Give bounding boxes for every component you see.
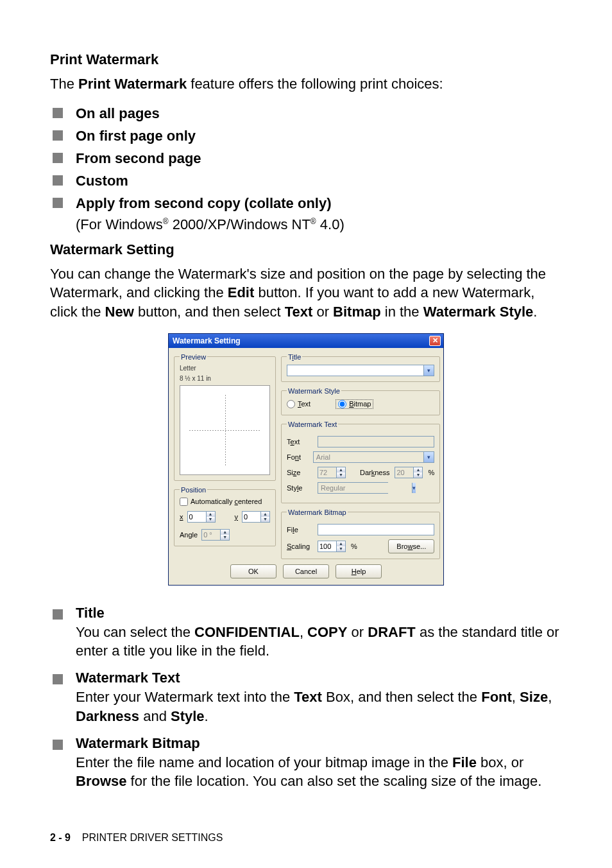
title-combobox[interactable]: ▾ (287, 365, 434, 376)
spin-up-icon[interactable]: ▲ (336, 467, 345, 473)
b0-b3: DRAFT (368, 624, 416, 640)
angle-input[interactable] (202, 530, 220, 540)
p-b4: Bitmap (333, 304, 381, 320)
spin-up-icon[interactable]: ▲ (260, 512, 269, 517)
b1-b5: Style (171, 708, 205, 724)
font-label: Font (287, 453, 308, 461)
browse-button[interactable]: Browse... (388, 539, 434, 553)
darkness-stepper[interactable]: ▲▼ (395, 467, 423, 478)
style-label: Style (287, 484, 312, 492)
p-b2: New (105, 304, 134, 320)
title-input[interactable] (287, 365, 423, 376)
font-combobox[interactable]: ▾ (313, 451, 434, 463)
watermark-text-legend: Watermark Text (287, 421, 338, 428)
intro-post: feature offers the following print choic… (187, 76, 443, 92)
close-button,close-icon[interactable]: ✕ (429, 336, 441, 346)
style-text-radio-row[interactable]: Text (287, 400, 310, 408)
scl-post: caling (291, 542, 310, 550)
style-input[interactable] (318, 483, 412, 493)
style-combobox[interactable]: ▾ (318, 482, 388, 494)
page-footer: 2 - 9 PRINTER DRIVER SETTINGS (50, 832, 223, 844)
watermark-text-group: Watermark Text Text Font ▾ (281, 421, 440, 503)
size-stepper[interactable]: ▲▼ (318, 467, 346, 478)
b1-b3: Size (520, 689, 548, 705)
b2-t3: for the file location. You can also set … (126, 773, 541, 789)
position-group: Position Automatically centered x ▲▼ (174, 486, 276, 546)
x-stepper[interactable]: ▲▼ (187, 511, 216, 523)
text-label: Text (287, 438, 312, 446)
spin-up-icon[interactable]: ▲ (206, 512, 215, 517)
angle-stepper[interactable]: ▲▼ (201, 529, 230, 541)
file-input[interactable] (318, 524, 434, 535)
style-bitmap-radio[interactable] (338, 400, 346, 408)
p-t5: in the (381, 304, 423, 320)
preview-paper-size: 8 ½ x 11 in (180, 375, 270, 383)
ok-button[interactable]: OK (230, 564, 276, 578)
spin-down-icon[interactable]: ▼ (206, 517, 215, 522)
y-stepper[interactable]: ▲▼ (242, 511, 270, 523)
definition-bullets: Title You can select the CONFIDENTIAL, C… (50, 605, 562, 791)
txl-post: xt (294, 438, 300, 446)
title-legend: Title (287, 353, 302, 361)
hlp-u: H (352, 568, 357, 575)
bullet-watermark-bitmap-def: Watermark Bitmap Enter the file name and… (50, 735, 562, 791)
bullet-title-def: Title You can select the CONFIDENTIAL, C… (50, 605, 562, 661)
b1-t4: , (548, 689, 552, 705)
bullet-head: Title (76, 605, 562, 621)
sub-pre: (For Windows (76, 216, 163, 232)
help-button[interactable]: Help (336, 564, 382, 578)
bullet-custom: Custom (50, 170, 562, 191)
style-text-radio[interactable] (287, 400, 295, 408)
text-input[interactable] (318, 436, 434, 447)
x-input[interactable] (188, 512, 206, 522)
spin-down-icon[interactable]: ▼ (260, 517, 269, 522)
bullet-on-all-pages: On all pages (50, 103, 562, 124)
chevron-down-icon[interactable]: ▾ (412, 483, 416, 493)
b1-t6: . (205, 708, 208, 724)
footer-section: PRINTER DRIVER SETTINGS (82, 832, 223, 843)
x-label: x (180, 513, 183, 521)
acl-post: entered (238, 498, 262, 505)
scaling-input[interactable] (318, 541, 336, 551)
size-input[interactable] (318, 467, 336, 478)
spin-up-icon[interactable]: ▲ (336, 541, 345, 546)
style-bitmap-label: Bitmap (349, 400, 371, 408)
size-label: Size (287, 469, 312, 476)
szl-post: e (296, 469, 300, 476)
spin-down-icon[interactable]: ▼ (220, 535, 229, 540)
spin-up-icon[interactable]: ▲ (220, 530, 229, 535)
y-input[interactable] (242, 512, 260, 522)
bullet-body: Enter the file name and location of your… (76, 754, 541, 790)
darkness-input[interactable] (395, 467, 413, 478)
scaling-stepper[interactable]: ▲▼ (318, 541, 346, 552)
auto-centered-checkbox[interactable] (180, 498, 188, 506)
bullet-watermark-text-def: Watermark Text Enter your Watermark text… (50, 670, 562, 725)
y-label: y (235, 513, 239, 521)
watermark-style-legend: Watermark Style (287, 387, 341, 395)
font-input[interactable] (314, 452, 423, 462)
chevron-down-icon[interactable]: ▾ (423, 365, 434, 376)
percent-label: % (428, 469, 434, 476)
reg-mark: ® (163, 216, 169, 225)
spin-down-icon[interactable]: ▼ (413, 473, 422, 478)
stl2-pre: Sty (287, 484, 297, 492)
spin-up-icon[interactable]: ▲ (413, 467, 422, 473)
dialog-title: Watermark Setting (173, 336, 241, 345)
spin-down-icon[interactable]: ▼ (336, 473, 345, 478)
b0-b2: COPY (307, 624, 347, 640)
preview-canvas (180, 385, 270, 475)
cancel-button[interactable]: Cancel (283, 564, 329, 578)
style-bitmap-radio-row[interactable]: Bitmap (336, 400, 373, 408)
spin-down-icon[interactable]: ▼ (336, 546, 345, 551)
auto-centered-row[interactable]: Automatically centered (180, 498, 270, 506)
p-b5: Watermark Style (423, 304, 534, 320)
bullet-head: Watermark Text (76, 670, 562, 686)
auto-centered-label: Automatically centered (191, 498, 262, 505)
b1-t3: , (512, 689, 520, 705)
brw-post: se... (412, 542, 426, 550)
print-watermark-bullets: On all pages On first page only From sec… (50, 103, 562, 235)
chevron-down-icon[interactable]: ▾ (423, 452, 434, 462)
bullet-label: Custom (76, 173, 128, 189)
intro-bold: Print Watermark (78, 76, 187, 92)
heading-watermark-setting: Watermark Setting (50, 241, 562, 258)
